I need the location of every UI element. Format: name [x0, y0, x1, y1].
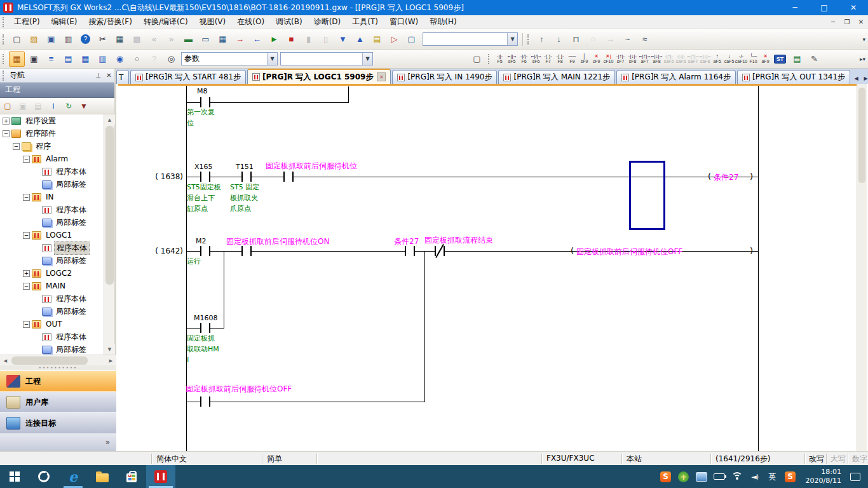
menu-project[interactable]: 工程(P): [8, 15, 46, 29]
tree-horizontal-scrollbar[interactable]: ◀ ▶: [0, 355, 116, 365]
scroll-up-icon[interactable]: ▲: [104, 114, 115, 125]
af9-delete-line[interactable]: ✕aF9: [759, 51, 771, 67]
contact-t151[interactable]: [241, 172, 252, 182]
f6-closed-contact[interactable]: -|/|-F6: [518, 51, 530, 67]
scroll-down-icon[interactable]: ▼: [104, 344, 115, 355]
tree-toggle-icon[interactable]: −: [23, 321, 30, 328]
file-explorer-button[interactable]: [88, 465, 117, 488]
contact-m2[interactable]: [200, 246, 210, 256]
tree-toggle-icon[interactable]: −: [23, 156, 30, 163]
tree-item-pou-logc2[interactable]: + LOGC2: [0, 267, 105, 280]
gx-works2-taskbar-button[interactable]: [146, 465, 175, 488]
chart-2-button[interactable]: ≈: [637, 32, 653, 47]
find-combo[interactable]: ▼: [423, 32, 518, 46]
nav-new-button[interactable]: ▢: [1, 99, 15, 113]
tab-logc1[interactable]: [PRG]R 写入 LOGC1 5909步 ✕: [247, 69, 391, 84]
af5-invert-rising[interactable]: ↑aF5: [711, 51, 723, 67]
tab-scroll-left-icon[interactable]: ◀: [851, 72, 861, 84]
open-project-button[interactable]: ▨: [26, 32, 42, 47]
stl-button[interactable]: ST: [772, 51, 788, 67]
sogou-tray-icon[interactable]: S: [782, 465, 799, 488]
microsoft-store-button[interactable]: [117, 465, 146, 488]
clock[interactable]: 18:01 2020/8/11: [799, 468, 848, 485]
action-center-button[interactable]: [848, 473, 868, 481]
monitor-write-button[interactable]: ▯: [318, 32, 334, 47]
nav-refresh-button[interactable]: ↻: [62, 99, 76, 113]
contact-x165[interactable]: [200, 172, 210, 182]
ladder-editor[interactable]: M8 第一次复位 ( 1638) X165 T151 固定板抓取前后伺服待机位 …: [118, 84, 857, 451]
maximize-button[interactable]: □: [810, 0, 839, 15]
caf10-invert-result[interactable]: -/-caF10: [735, 51, 747, 67]
monitor-screen-button[interactable]: ▢: [403, 32, 419, 47]
sf8-falling-pulse[interactable]: -|↓|-sF8: [627, 51, 639, 67]
cut-button[interactable]: ✂: [95, 32, 111, 47]
tree-item-logc1-program-body[interactable]: 程序本体: [0, 241, 105, 254]
sf6-parallel-closed-contact[interactable]: ⌐|/|¬sF6: [530, 51, 542, 67]
trace-jump-button[interactable]: →: [602, 32, 618, 47]
cf10-delete-vertical-line[interactable]: ✕|cF10: [602, 51, 614, 67]
sidebar-button-user-library[interactable]: 用户库: [0, 391, 116, 413]
pc-manager-icon[interactable]: [693, 465, 710, 488]
monitor-start-button[interactable]: ►: [266, 32, 282, 47]
tree-item-main-program-body[interactable]: 程序本体: [0, 292, 105, 305]
note-edit-button[interactable]: ▷: [386, 32, 402, 47]
undo-button[interactable]: «: [146, 32, 162, 47]
sidebar-button-connection-target[interactable]: 连接目标: [0, 412, 116, 434]
contact-m8[interactable]: [200, 97, 210, 107]
pin-icon[interactable]: ⊥: [93, 70, 104, 81]
device-table-button[interactable]: ▦: [78, 51, 93, 67]
scroll-right-icon[interactable]: ▶: [105, 355, 116, 366]
f8-application-instruction[interactable]: -[ ]-F8: [554, 51, 566, 67]
panel-splitter[interactable]: ••••••••••: [0, 365, 116, 370]
find-device-button[interactable]: ○: [129, 51, 145, 67]
device-batch-monitor-button[interactable]: ▦: [215, 32, 231, 47]
f9-horizontal-line[interactable]: ──F9: [566, 51, 578, 67]
contact-m1608[interactable]: [200, 323, 210, 333]
tab-close-icon[interactable]: ✕: [377, 72, 386, 81]
statement-edit-button[interactable]: ▤: [369, 32, 385, 47]
contact-servo-standby-off[interactable]: [200, 396, 210, 407]
tree-toggle-icon[interactable]: −: [23, 232, 30, 239]
device-combo[interactable]: 参数 ▼: [181, 52, 278, 65]
tree-item-logc1-local-label[interactable]: 局部标签: [0, 254, 105, 267]
device-display-button[interactable]: ▬: [180, 32, 196, 47]
pulse-trace-button[interactable]: ⊓: [568, 32, 584, 47]
tree-toggle-icon[interactable]: −: [3, 130, 10, 137]
caf5-invert-falling[interactable]: ↓caF5: [723, 51, 735, 67]
contact-condition27[interactable]: [405, 246, 415, 256]
nav-copy-button[interactable]: ▣: [16, 99, 30, 113]
toolbar1b-grip[interactable]: [527, 34, 531, 44]
sogou-input-icon[interactable]: S: [657, 465, 675, 488]
tree-item-program-setting[interactable]: + 程序设置: [0, 114, 105, 127]
saf8-parallel-falling-close[interactable]: ⌐|↓|¬saF8: [699, 51, 711, 67]
tree-item-pou-in[interactable]: − IN: [0, 191, 105, 203]
menu-convert-compile[interactable]: 转换/编译(C): [138, 15, 194, 29]
menu-find-replace[interactable]: 搜索/替换(F): [83, 15, 138, 29]
tree-vertical-scrollbar[interactable]: ▲ ▼: [104, 114, 114, 355]
contact-servo-standby-on[interactable]: [241, 246, 252, 256]
monitor-stop-button[interactable]: ■: [283, 32, 299, 47]
contact-servo-standby[interactable]: [283, 172, 294, 182]
tree-item-program-parts[interactable]: − 程序部件: [0, 127, 105, 140]
tree-item-alarm-local-label[interactable]: 局部标签: [0, 178, 105, 191]
saf7-parallel-rising-close[interactable]: ⌐|↑|¬saF7: [687, 51, 699, 67]
help2-button[interactable]: ?: [146, 51, 162, 67]
toolbar1-overflow-icon[interactable]: ▾: [862, 36, 865, 43]
device-test-button[interactable]: ▼: [335, 32, 351, 47]
f7-coil[interactable]: -( )-F7: [542, 51, 554, 67]
ime-indicator[interactable]: 英: [764, 465, 782, 488]
menu-help[interactable]: 帮助(H): [424, 15, 462, 29]
device-find-button[interactable]: ▤: [60, 51, 76, 67]
af7-parallel-rising-pulse[interactable]: ⌐|↑|¬aF7: [639, 51, 651, 67]
contact-process-end-nc[interactable]: [435, 246, 445, 256]
new-project-button[interactable]: ▢: [9, 32, 25, 47]
tree-item-in-local-label[interactable]: 局部标签: [0, 216, 105, 229]
paste-button[interactable]: ▩: [129, 32, 145, 47]
doc-zoom-button[interactable]: ▢: [469, 51, 485, 67]
sampling-trace-up-button[interactable]: ↑: [534, 32, 550, 47]
tree-item-out-local-label[interactable]: 局部标签: [0, 343, 105, 355]
print-button[interactable]: ▥: [60, 32, 76, 47]
tree-item-in-program-body[interactable]: 程序本体: [0, 203, 105, 216]
toolbar2-overflow-icon[interactable]: ▸▾: [860, 56, 865, 62]
tree-item-pou-logc1[interactable]: − LOGC1: [0, 229, 105, 241]
